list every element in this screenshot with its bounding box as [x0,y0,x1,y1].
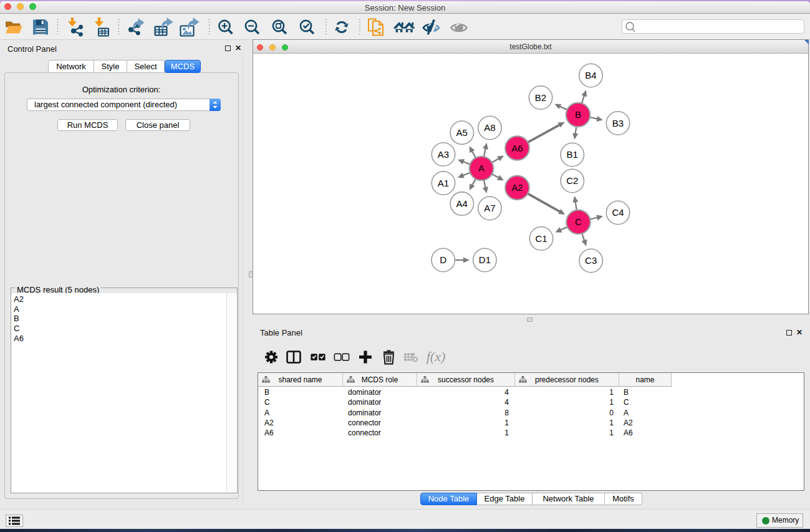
svg-text:B: B [575,109,581,120]
svg-text:B2: B2 [535,92,546,103]
svg-text:A1: A1 [438,178,449,188]
svg-text:A8: A8 [484,122,495,133]
svg-text:B3: B3 [612,118,624,128]
svg-text:D: D [440,254,446,265]
svg-text:D1: D1 [479,254,491,265]
svg-text:A2: A2 [511,182,523,193]
svg-text:A3: A3 [438,149,449,160]
svg-text:f(x): f(x) [427,349,446,364]
svg-text:C4: C4 [612,207,624,218]
svg-text:A4: A4 [456,198,468,209]
svg-text:B4: B4 [585,70,596,80]
svg-text:C: C [575,216,582,227]
svg-text:C1: C1 [535,233,547,244]
svg-text:B1: B1 [567,149,578,160]
svg-text:A: A [478,163,485,173]
svg-text:C3: C3 [585,255,597,266]
svg-text:A7: A7 [484,203,495,213]
svg-text:A5: A5 [456,127,468,138]
svg-text:C2: C2 [566,175,578,186]
svg-text:A6: A6 [511,143,523,153]
